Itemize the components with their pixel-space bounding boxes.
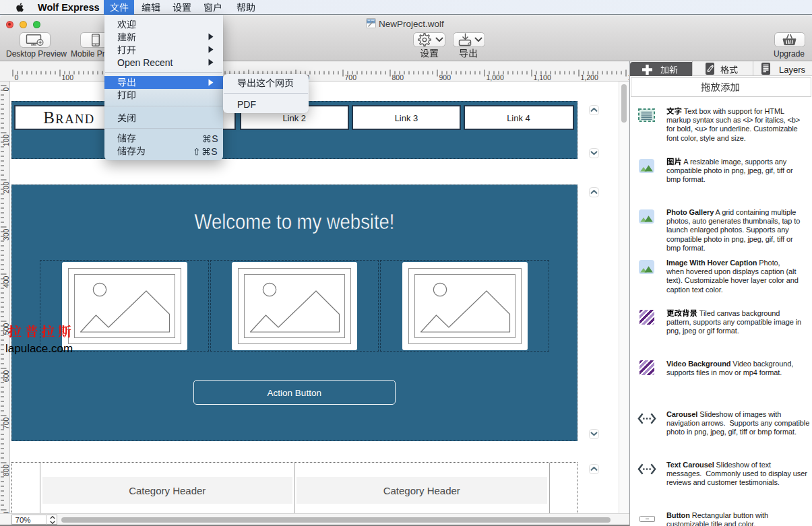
svg-text:400: 400	[2, 276, 10, 288]
svg-text:300: 300	[2, 229, 10, 241]
svg-text:100: 100	[62, 73, 74, 81]
svg-text:200: 200	[2, 182, 10, 194]
svg-text:900: 900	[439, 73, 451, 81]
svg-text:1,000: 1,000	[487, 73, 504, 81]
svg-text:0: 0	[15, 73, 19, 81]
svg-text:0: 0	[2, 87, 10, 91]
svg-text:800: 800	[2, 465, 10, 477]
svg-text:1,200: 1,200	[581, 73, 598, 81]
svg-text:800: 800	[392, 73, 404, 81]
svg-text:600: 600	[2, 370, 10, 383]
svg-text:1,300: 1,300	[628, 73, 629, 81]
svg-text:700: 700	[345, 73, 357, 81]
svg-text:1,100: 1,100	[534, 73, 551, 81]
svg-text:700: 700	[2, 418, 10, 430]
svg-text:100: 100	[2, 135, 10, 147]
